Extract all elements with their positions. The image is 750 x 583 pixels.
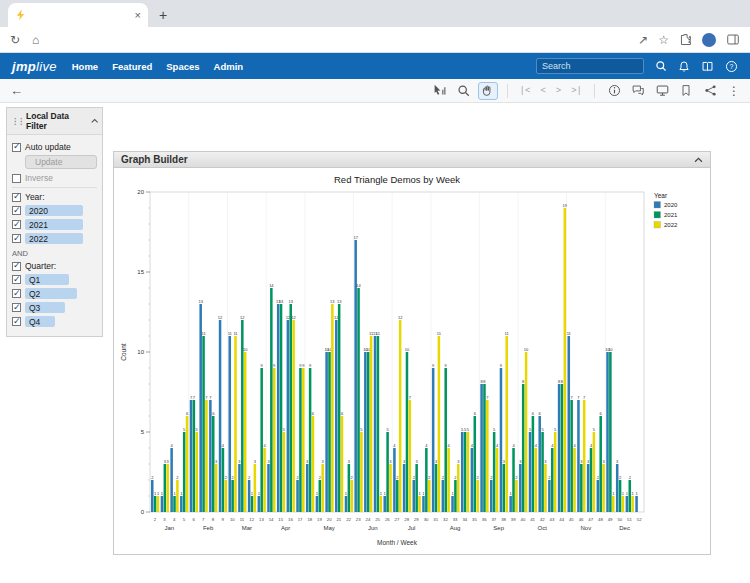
present-button[interactable] — [652, 82, 672, 100]
value-2021-bar[interactable]: 2021 — [25, 219, 83, 230]
graph-builder-header[interactable]: Graph Builder — [114, 152, 710, 168]
drag-handle-icon[interactable]: ⋮⋮ — [11, 117, 23, 126]
value-2020-bar[interactable]: 2020 — [25, 205, 83, 216]
svg-text:3: 3 — [403, 459, 406, 464]
library-book-icon[interactable] — [701, 60, 714, 73]
selection-tool-button[interactable] — [430, 82, 450, 100]
value-q2-checkbox[interactable] — [12, 289, 21, 298]
jmp-live-logo[interactable]: jmplive — [12, 59, 57, 74]
extensions-puzzle-icon[interactable] — [679, 33, 692, 46]
year-checkbox[interactable] — [12, 193, 21, 202]
filter-value-q1[interactable]: Q1 — [12, 274, 97, 285]
last-page-icon[interactable]: >| — [571, 86, 582, 96]
value-q4-checkbox[interactable] — [12, 317, 21, 326]
chart-svg[interactable]: Red Triangle Demos by Week05101520CountJ… — [116, 170, 708, 552]
svg-text:1: 1 — [173, 491, 176, 496]
svg-text:10: 10 — [230, 517, 235, 522]
inverse-row[interactable]: Inverse — [12, 173, 97, 183]
value-q1-checkbox[interactable] — [12, 275, 21, 284]
svg-text:23: 23 — [356, 517, 361, 522]
filter-value-2021[interactable]: 2021 — [12, 219, 97, 230]
svg-text:2: 2 — [413, 475, 416, 480]
svg-text:3: 3 — [348, 459, 351, 464]
more-options-icon[interactable]: ⋮ — [728, 84, 740, 98]
next-page-icon[interactable]: > — [556, 86, 561, 96]
update-button[interactable]: Update — [25, 155, 97, 169]
notifications-bell-icon[interactable] — [678, 60, 690, 73]
grabber-hand-tool-button[interactable] — [478, 82, 498, 100]
svg-text:13: 13 — [198, 299, 203, 304]
value-q4-bar[interactable]: Q4 — [25, 316, 55, 327]
svg-text:5: 5 — [183, 427, 186, 432]
svg-text:31: 31 — [433, 517, 438, 522]
auto-update-row[interactable]: Auto update — [12, 142, 97, 152]
value-2021-checkbox[interactable] — [12, 220, 21, 229]
svg-text:11: 11 — [505, 331, 510, 336]
svg-text:8: 8 — [522, 379, 525, 384]
collapse-chevron-icon[interactable] — [91, 118, 98, 124]
inverse-checkbox[interactable] — [12, 174, 21, 183]
svg-text:38: 38 — [501, 517, 506, 522]
bookmark-star-icon[interactable]: ☆ — [658, 33, 669, 47]
zoom-tool-button[interactable] — [454, 82, 474, 100]
value-2020-checkbox[interactable] — [12, 206, 21, 215]
browser-tab[interactable]: × — [8, 3, 148, 27]
first-page-icon[interactable]: |< — [520, 86, 531, 96]
svg-text:6: 6 — [532, 411, 535, 416]
svg-text:10: 10 — [137, 349, 144, 355]
quarter-group-row[interactable]: Quarter: — [12, 261, 97, 271]
value-q4-label: Q4 — [29, 317, 40, 327]
value-q3-checkbox[interactable] — [12, 303, 21, 312]
svg-text:5: 5 — [183, 517, 186, 522]
svg-text:Year: Year — [654, 192, 668, 199]
profile-avatar[interactable] — [702, 33, 716, 47]
help-icon[interactable]: ? — [725, 60, 738, 73]
value-2022-checkbox[interactable] — [12, 234, 21, 243]
value-q1-bar[interactable]: Q1 — [25, 274, 69, 285]
svg-text:5: 5 — [283, 427, 286, 432]
svg-text:3: 3 — [519, 459, 522, 464]
svg-text:1: 1 — [180, 491, 183, 496]
svg-text:5: 5 — [386, 427, 389, 432]
filter-value-2020[interactable]: 2020 — [12, 205, 97, 216]
reload-icon[interactable]: ↻ — [10, 33, 20, 47]
value-q2-bar[interactable]: Q2 — [25, 288, 77, 299]
home-icon[interactable]: ⌂ — [32, 33, 39, 47]
sidebar-panel-icon[interactable] — [726, 33, 740, 46]
filter-value-2022[interactable]: 2022 — [12, 233, 97, 244]
svg-text:2: 2 — [176, 475, 179, 480]
prev-page-icon[interactable]: < — [540, 86, 545, 96]
bookmark-button[interactable] — [676, 82, 696, 100]
share-button[interactable] — [700, 82, 720, 100]
nav-spaces[interactable]: Spaces — [166, 61, 199, 72]
nav-home[interactable]: Home — [72, 61, 98, 72]
comments-button[interactable] — [628, 82, 648, 100]
year-group-row[interactable]: Year: — [12, 192, 97, 202]
nav-featured[interactable]: Featured — [112, 61, 152, 72]
search-icon[interactable] — [655, 60, 667, 72]
nav-admin[interactable]: Admin — [214, 61, 244, 72]
svg-text:14: 14 — [356, 283, 361, 288]
svg-text:2: 2 — [248, 475, 251, 480]
svg-text:2: 2 — [154, 517, 157, 522]
back-arrow-icon[interactable]: ← — [10, 83, 23, 98]
collapse-chevron-icon[interactable] — [694, 157, 703, 163]
share-icon[interactable]: ↗ — [638, 33, 648, 47]
svg-text:11: 11 — [240, 517, 245, 522]
auto-update-checkbox[interactable] — [12, 143, 21, 152]
filter-value-q4[interactable]: Q4 — [12, 316, 97, 327]
filter-value-q2[interactable]: Q2 — [12, 288, 97, 299]
filter-value-q3[interactable]: Q3 — [12, 302, 97, 313]
svg-text:Sep: Sep — [493, 525, 504, 531]
filter-panel-header[interactable]: ⋮⋮ Local Data Filter — [7, 108, 102, 135]
details-info-button[interactable] — [604, 82, 624, 100]
svg-text:4: 4 — [496, 443, 499, 448]
value-2022-bar[interactable]: 2022 — [25, 233, 83, 244]
search-input[interactable] — [536, 58, 644, 74]
svg-text:3: 3 — [435, 459, 438, 464]
svg-text:8: 8 — [561, 379, 564, 384]
quarter-checkbox[interactable] — [12, 262, 21, 271]
new-tab-button[interactable]: + — [152, 4, 174, 26]
close-tab-icon[interactable]: × — [135, 10, 141, 21]
value-q3-bar[interactable]: Q3 — [25, 302, 65, 313]
